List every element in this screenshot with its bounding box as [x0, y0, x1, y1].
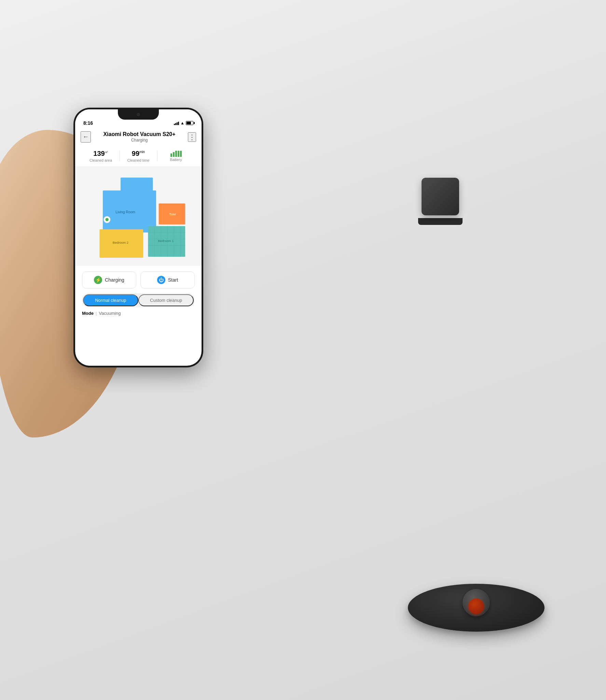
battery-fill	[187, 122, 191, 124]
header-title-area: Xiaomi Robot Vacuum S20+ Charging	[91, 131, 188, 143]
mode-divider: |	[96, 311, 97, 316]
robot-dot-inner	[106, 218, 109, 221]
normal-cleanup-tab[interactable]: Normal cleanup	[83, 294, 138, 306]
controls-area: ⚡ Charging ⏻ Start Normal cleanup Custom…	[75, 266, 202, 321]
cleaned-time-label: Cleaned time	[120, 158, 157, 162]
battery-label: Battery	[157, 158, 195, 162]
bat-bar-2	[173, 152, 175, 157]
toilet-label: Toilet	[169, 213, 176, 216]
dock-body	[422, 178, 459, 215]
phone-screen: 8:16 ▲	[75, 109, 202, 366]
bat-bar-5	[180, 151, 182, 157]
back-button[interactable]: ←	[81, 131, 91, 143]
battery-bars	[157, 149, 195, 157]
wifi-icon: ▲	[180, 121, 184, 125]
charging-dock	[422, 178, 463, 226]
bedroom2-label: Bedroom 2	[113, 241, 128, 244]
signal-bar-1	[174, 124, 175, 125]
robot-lidar	[463, 589, 490, 616]
dock-base	[418, 218, 463, 225]
toilet-arrow: →	[186, 211, 190, 215]
cleaned-time-value: 99min	[120, 149, 157, 158]
bat-bar-1	[170, 153, 172, 157]
signal-bar-3	[177, 122, 178, 125]
scene: 8:16 ▲	[0, 0, 606, 700]
device-name: Xiaomi Robot Vacuum S20+	[91, 131, 188, 137]
mode-bar: Mode | Vacuuming	[82, 307, 195, 317]
living-room-label: Living Room	[115, 210, 135, 214]
mode-label: Mode	[82, 311, 94, 316]
phone-shell: 8:16 ▲	[73, 108, 203, 367]
bat-bar-4	[178, 151, 179, 157]
signal-bars	[174, 121, 179, 125]
cleaned-area-label: Cleaned area	[82, 158, 120, 162]
action-buttons: ⚡ Charging ⏻ Start	[82, 271, 195, 288]
battery-status-icon	[186, 121, 193, 125]
status-icons: ▲	[174, 121, 193, 125]
robot-sensor	[468, 598, 484, 614]
robot-body	[408, 584, 545, 632]
cleanup-tabs: Normal cleanup Custom cleanup	[82, 293, 195, 307]
device-status: Charging	[91, 138, 188, 143]
app-header: ← Xiaomi Robot Vacuum S20+ Charging ⋮	[75, 129, 202, 145]
status-time: 8:16	[83, 120, 93, 126]
bat-bar-3	[175, 151, 177, 157]
cleaned-area-value: 139㎡	[82, 149, 120, 158]
more-options-button[interactable]: ⋮	[188, 132, 196, 142]
stat-cleaned-area: 139㎡ Cleaned area	[82, 149, 120, 162]
stat-cleaned-time: 99min Cleaned time	[120, 149, 157, 162]
charging-label: Charging	[105, 277, 124, 283]
stat-battery: Battery	[157, 149, 195, 162]
camera-dot	[137, 113, 140, 116]
signal-bar-2	[175, 123, 176, 125]
robot-vacuum	[408, 584, 558, 638]
camera-notch	[118, 109, 159, 120]
stats-bar: 139㎡ Cleaned area 99min Cleaned time	[75, 145, 202, 167]
charging-button[interactable]: ⚡ Charging	[82, 271, 136, 288]
floor-map[interactable]: Living Room Toilet Bedroom 1 Bedroom 2 →	[75, 167, 202, 266]
start-button[interactable]: ⏻ Start	[140, 271, 195, 288]
start-icon: ⏻	[157, 276, 165, 284]
map-svg: Living Room Toilet Bedroom 1 Bedroom 2 →	[79, 170, 198, 262]
signal-bar-4	[178, 122, 179, 125]
mode-value: Vacuuming	[99, 311, 121, 316]
bedroom1-label: Bedroom 1	[158, 239, 174, 243]
charging-icon: ⚡	[94, 276, 102, 284]
start-label: Start	[168, 277, 178, 283]
custom-cleanup-tab[interactable]: Custom cleanup	[138, 294, 194, 306]
